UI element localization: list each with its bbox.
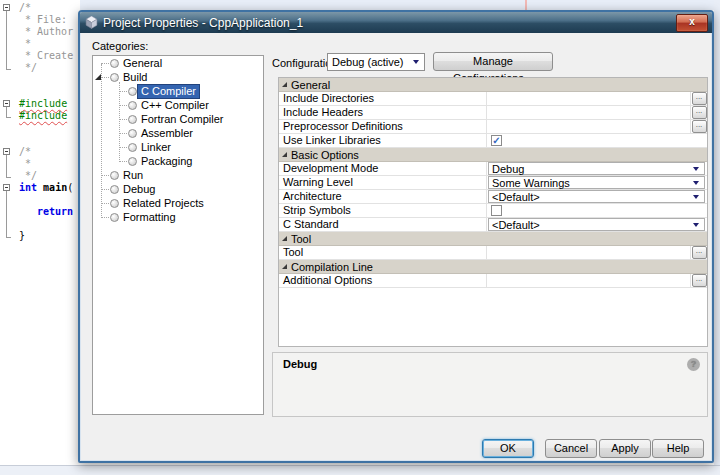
value-field[interactable]: [488, 106, 690, 119]
dropdown-value: Debug: [492, 163, 524, 175]
chevron-down-icon: [693, 223, 699, 227]
sidebar-item-build[interactable]: Build: [93, 71, 263, 85]
tree-connector: [119, 147, 127, 148]
code-token: *: [25, 158, 31, 169]
tree-connector: [119, 105, 127, 106]
section-collapse-icon: [282, 264, 287, 269]
tree-item-label: Run: [120, 169, 146, 182]
category-node-icon: [128, 143, 137, 152]
dropdown-value: <Default>: [492, 191, 540, 203]
property-label: Preprocessor Definitions: [279, 120, 487, 133]
property-row: Use Linker Libraries✓: [279, 134, 707, 148]
code-token: *: [25, 38, 31, 49]
tree-connector: [101, 189, 109, 190]
browse-button[interactable]: ...: [692, 120, 707, 133]
tree-item-label: Build: [120, 71, 150, 84]
tree-expanded-icon[interactable]: [95, 74, 101, 80]
code-token: }: [19, 230, 25, 241]
property-label: Strip Symbols: [279, 204, 487, 217]
code-token: * Create: [25, 50, 73, 61]
code-token: int: [19, 182, 37, 193]
tree-connector: [101, 63, 109, 64]
value-checkbox[interactable]: [491, 205, 502, 216]
category-node-icon: [110, 199, 119, 208]
category-node-icon: [110, 171, 119, 180]
section-header-compilation-line[interactable]: Compilation Line: [279, 260, 707, 274]
code-line: return: [0, 206, 73, 218]
sidebar-item-linker[interactable]: Linker: [93, 141, 263, 155]
sidebar-item-formatting[interactable]: Formatting: [93, 211, 263, 225]
value-field[interactable]: [488, 246, 690, 259]
section-header-basic-options[interactable]: Basic Options: [279, 148, 707, 162]
value-dropdown[interactable]: <Default>: [488, 190, 705, 203]
category-node-icon: [110, 73, 119, 82]
sidebar-item-run[interactable]: Run: [93, 169, 263, 183]
help-button[interactable]: Help: [652, 439, 704, 458]
configuration-dropdown[interactable]: Debug (active): [327, 53, 425, 71]
browse-button[interactable]: ...: [692, 106, 707, 119]
sidebar-item-related-projects[interactable]: Related Projects: [93, 197, 263, 211]
category-node-icon: [110, 59, 119, 68]
fold-collapse-icon[interactable]: [3, 148, 10, 155]
property-row: Warning LevelSome Warnings: [279, 176, 707, 190]
help-icon[interactable]: ?: [687, 358, 700, 371]
sidebar-item-c-compiler[interactable]: C Compiler: [93, 85, 263, 99]
property-label: Development Mode: [279, 162, 487, 175]
browse-button[interactable]: ...: [692, 92, 707, 105]
section-collapse-icon: [282, 152, 287, 157]
property-row: Tool...: [279, 246, 707, 260]
category-node-icon: [110, 213, 119, 222]
tree-item-label: Packaging: [138, 155, 195, 168]
categories-tree[interactable]: GeneralBuildC CompilerC++ CompilerFortra…: [92, 55, 264, 415]
fold-collapse-icon[interactable]: [3, 4, 10, 11]
code-token: return: [37, 206, 73, 217]
section-header-general[interactable]: General: [279, 78, 707, 92]
chevron-down-icon: [693, 195, 699, 199]
value-dropdown[interactable]: Some Warnings: [488, 176, 705, 189]
sidebar-item-fortran-compiler[interactable]: Fortran Compiler: [93, 113, 263, 127]
editor-top-strip: [80, 0, 720, 10]
chevron-down-icon: [693, 181, 699, 185]
sidebar-item-assembler[interactable]: Assembler: [93, 127, 263, 141]
code-line: #include: [0, 98, 67, 110]
code-line: *: [0, 38, 31, 50]
code-line: * File:: [0, 14, 67, 26]
property-row: C Standard<Default>: [279, 218, 707, 232]
apply-button[interactable]: Apply: [599, 439, 651, 458]
sidebar-item-general[interactable]: General: [93, 57, 263, 71]
property-label: Include Headers: [279, 106, 487, 119]
value-dropdown[interactable]: <Default>: [488, 218, 705, 231]
value-checkbox[interactable]: ✓: [491, 135, 502, 146]
sidebar-item-debug[interactable]: Debug: [93, 183, 263, 197]
categories-label: Categories:: [92, 40, 148, 52]
section-header-tool[interactable]: Tool: [279, 232, 707, 246]
browse-button[interactable]: ...: [692, 274, 707, 287]
tree-connector: [119, 161, 127, 162]
value-dropdown[interactable]: Debug: [488, 162, 705, 175]
close-button[interactable]: x: [676, 14, 708, 32]
value-field[interactable]: [488, 274, 690, 287]
section-title: Tool: [291, 233, 311, 245]
code-line: * Author: [0, 26, 73, 38]
background-right-strip: [714, 0, 720, 465]
manage-configurations-button[interactable]: Manage Configurations...: [433, 52, 553, 71]
fold-collapse-icon[interactable]: [3, 184, 10, 191]
value-field[interactable]: [488, 92, 690, 105]
property-label: Additional Options: [279, 274, 487, 287]
cancel-button[interactable]: Cancel: [545, 439, 597, 458]
code-line: *: [0, 158, 31, 170]
sidebar-item-packaging[interactable]: Packaging: [93, 155, 263, 169]
browse-button-cell: ...: [690, 106, 707, 119]
code-token: #include: [19, 98, 67, 109]
code-line: int main(: [0, 182, 73, 194]
fold-collapse-icon[interactable]: [3, 100, 10, 107]
dialog-titlebar[interactable]: Project Properties - CppApplication_1 x: [80, 12, 712, 33]
tree-item-label: C++ Compiler: [138, 99, 212, 112]
property-label: Include Directories: [279, 92, 487, 105]
sidebar-item-c-compiler[interactable]: C++ Compiler: [93, 99, 263, 113]
ok-button[interactable]: OK: [482, 439, 534, 458]
browse-button[interactable]: ...: [692, 246, 707, 259]
property-row: Include Headers...: [279, 106, 707, 120]
project-cube-icon: [85, 16, 98, 29]
value-field[interactable]: [488, 120, 690, 133]
